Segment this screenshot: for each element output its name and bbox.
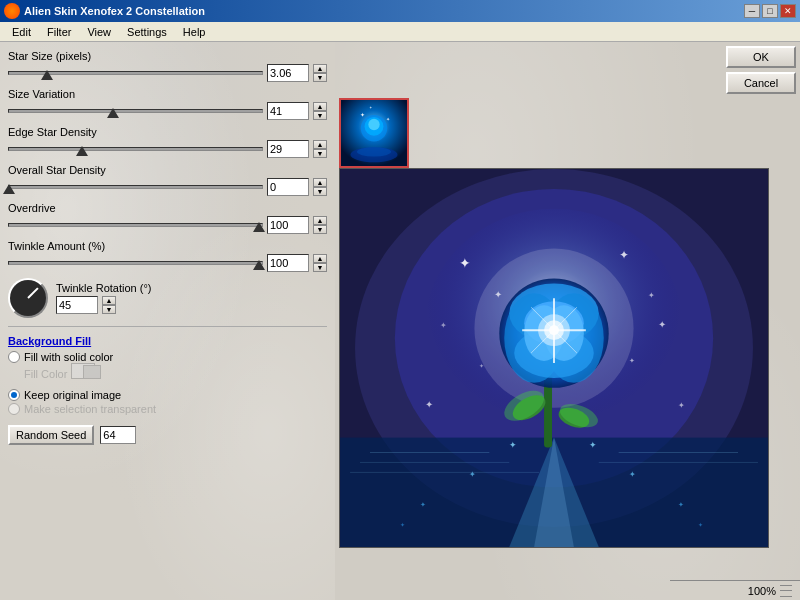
overall-star-density-down[interactable]: ▼ <box>313 187 327 196</box>
star-size-value[interactable]: 3.06 <box>267 64 309 82</box>
overdrive-down[interactable]: ▼ <box>313 225 327 234</box>
seed-value[interactable]: 64 <box>100 426 136 444</box>
make-transparent-radio[interactable] <box>8 403 20 415</box>
maximize-button[interactable]: □ <box>762 4 778 18</box>
keep-original-radio[interactable] <box>8 389 20 401</box>
twinkle-rotation-row: Twinkle Rotation (°) 45 ▲ ▼ <box>8 278 327 318</box>
preview-thumbnail[interactable]: ✦ ✦ ✦ <box>339 98 409 168</box>
svg-text:✦: ✦ <box>678 501 684 509</box>
twinkle-rotation-down[interactable]: ▼ <box>102 305 116 314</box>
size-variation-slider[interactable] <box>8 109 263 113</box>
minimize-button[interactable]: ─ <box>744 4 760 18</box>
svg-text:✦: ✦ <box>460 256 472 271</box>
overdrive-slider[interactable] <box>8 223 263 227</box>
star-size-spin: ▲ ▼ <box>313 64 327 82</box>
fill-solid-row: Fill with solid color <box>8 351 327 363</box>
svg-text:✦: ✦ <box>494 289 502 300</box>
overdrive-up[interactable]: ▲ <box>313 216 327 225</box>
twinkle-amount-slider[interactable] <box>8 261 263 265</box>
twinkle-amount-up[interactable]: ▲ <box>313 254 327 263</box>
twinkle-amount-value[interactable]: 100 <box>267 254 309 272</box>
menu-edit[interactable]: Edit <box>4 24 39 40</box>
overdrive-spin: ▲ ▼ <box>313 216 327 234</box>
menu-filter[interactable]: Filter <box>39 24 79 40</box>
overall-star-density-slider[interactable] <box>8 185 263 189</box>
svg-text:✦: ✦ <box>400 522 405 528</box>
cancel-button[interactable]: Cancel <box>726 72 796 94</box>
random-seed-row: Random Seed 64 <box>8 425 327 445</box>
star-size-up[interactable]: ▲ <box>313 64 327 73</box>
star-size-thumb[interactable] <box>41 70 53 80</box>
twinkle-amount-param: Twinkle Amount (%) 100 ▲ ▼ <box>8 240 327 272</box>
svg-text:✦: ✦ <box>619 248 629 262</box>
random-seed-button[interactable]: Random Seed <box>8 425 94 445</box>
rotation-dial[interactable] <box>8 278 48 318</box>
overall-star-density-param: Overall Star Density 0 ▲ ▼ <box>8 164 327 196</box>
edge-star-density-slider[interactable] <box>8 147 263 151</box>
svg-text:✦: ✦ <box>629 357 635 365</box>
svg-text:✦: ✦ <box>479 363 484 369</box>
overall-star-density-value[interactable]: 0 <box>267 178 309 196</box>
main-layout: Star Size (pixels) 3.06 ▲ ▼ Size Variati… <box>0 42 800 600</box>
preview-svg: ✦ ✦ ✦ ✦ ✦ ✦ ✦ ✦ ✦ ✦ ✦ ✦ ✦ ✦ ✦ ✦ ✦ ✦ <box>340 169 768 547</box>
ok-button[interactable]: OK <box>726 46 796 68</box>
edge-star-density-thumb[interactable] <box>76 146 88 156</box>
edge-star-density-spin: ▲ ▼ <box>313 140 327 158</box>
svg-text:✦: ✦ <box>509 440 517 450</box>
star-size-param: Star Size (pixels) 3.06 ▲ ▼ <box>8 50 327 82</box>
menu-help[interactable]: Help <box>175 24 214 40</box>
resize-grip <box>780 585 792 597</box>
overall-star-density-label: Overall Star Density <box>8 164 327 176</box>
svg-text:✦: ✦ <box>649 291 656 300</box>
fill-color-swatch-back[interactable] <box>83 365 101 379</box>
edge-star-density-param: Edge Star Density 29 ▲ ▼ <box>8 126 327 158</box>
star-size-label: Star Size (pixels) <box>8 50 327 62</box>
star-size-down[interactable]: ▼ <box>313 73 327 82</box>
title-bar-buttons: ─ □ ✕ <box>744 4 796 18</box>
svg-text:✦: ✦ <box>386 117 390 122</box>
size-variation-label: Size Variation <box>8 88 327 100</box>
overdrive-param: Overdrive 100 ▲ ▼ <box>8 202 327 234</box>
edge-star-density-value[interactable]: 29 <box>267 140 309 158</box>
size-variation-thumb[interactable] <box>107 108 119 118</box>
close-button[interactable]: ✕ <box>780 4 796 18</box>
twinkle-amount-thumb[interactable] <box>253 260 265 270</box>
fill-color-swatches[interactable] <box>71 363 103 385</box>
twinkle-rotation-value[interactable]: 45 <box>56 296 98 314</box>
twinkle-amount-down[interactable]: ▼ <box>313 263 327 272</box>
twinkle-rotation-up[interactable]: ▲ <box>102 296 116 305</box>
overdrive-thumb[interactable] <box>253 222 265 232</box>
twinkle-amount-spin: ▲ ▼ <box>313 254 327 272</box>
overall-star-density-up[interactable]: ▲ <box>313 178 327 187</box>
size-variation-param: Size Variation 41 ▲ ▼ <box>8 88 327 120</box>
size-variation-down[interactable]: ▼ <box>313 111 327 120</box>
svg-point-2 <box>357 147 391 156</box>
menu-view[interactable]: View <box>79 24 119 40</box>
edge-star-density-label: Edge Star Density <box>8 126 327 138</box>
edge-star-density-down[interactable]: ▼ <box>313 149 327 158</box>
svg-text:✦: ✦ <box>425 399 433 410</box>
left-panel: Star Size (pixels) 3.06 ▲ ▼ Size Variati… <box>0 42 335 600</box>
app-icon <box>4 3 20 19</box>
make-transparent-row: Make selection transparent <box>8 403 327 415</box>
svg-point-5 <box>368 119 379 130</box>
menu-settings[interactable]: Settings <box>119 24 175 40</box>
background-fill-label: Background Fill <box>8 335 91 347</box>
thumbnail-svg: ✦ ✦ ✦ <box>341 100 407 166</box>
overall-star-density-thumb[interactable] <box>3 184 15 194</box>
twinkle-rotation-value-controls: 45 ▲ ▼ <box>56 296 152 314</box>
size-variation-up[interactable]: ▲ <box>313 102 327 111</box>
svg-text:✦: ✦ <box>360 112 365 118</box>
star-size-slider[interactable] <box>8 71 263 75</box>
status-bar: 100% <box>670 580 800 600</box>
title-bar: Alien Skin Xenofex 2 Constellation ─ □ ✕ <box>0 0 800 22</box>
svg-text:✦: ✦ <box>589 440 597 450</box>
edge-star-density-up[interactable]: ▲ <box>313 140 327 149</box>
fill-color-label: Fill Color <box>24 368 67 380</box>
svg-text:✦: ✦ <box>629 470 636 479</box>
star-size-controls: 3.06 ▲ ▼ <box>8 64 327 82</box>
overdrive-value[interactable]: 100 <box>267 216 309 234</box>
size-variation-value[interactable]: 41 <box>267 102 309 120</box>
fill-solid-radio[interactable] <box>8 351 20 363</box>
make-transparent-label: Make selection transparent <box>24 403 156 415</box>
